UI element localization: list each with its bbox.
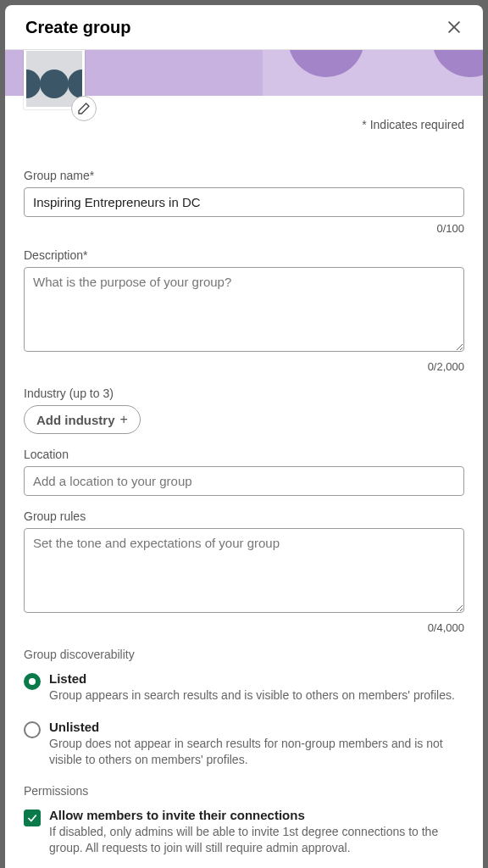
unlisted-desc: Group does not appear in search results …: [49, 736, 464, 769]
description-counter: 0/2,000: [24, 360, 464, 373]
listed-desc: Group appears in search results and is v…: [49, 687, 455, 704]
radio-listed-body: Listed Group appears in search results a…: [49, 671, 455, 704]
group-rules-field: Group rules 0/4,000: [24, 509, 464, 634]
add-industry-label: Add industry: [36, 413, 115, 427]
invite-title: Allow members to invite their connection…: [49, 808, 464, 822]
group-rules-counter: 0/4,000: [24, 621, 464, 634]
group-name-field: Group name* 0/100: [24, 169, 464, 235]
listed-title: Listed: [49, 671, 455, 686]
group-name-input[interactable]: [24, 187, 464, 217]
location-label: Location: [24, 448, 464, 461]
discoverability-listed-option[interactable]: Listed Group appears in search results a…: [24, 671, 464, 704]
location-input[interactable]: [24, 466, 464, 496]
group-name-label: Group name*: [24, 169, 464, 182]
group-rules-input[interactable]: [24, 528, 464, 613]
create-group-modal: Create group * Indicates required: [5, 5, 483, 868]
location-field: Location: [24, 448, 464, 496]
checkbox-invite[interactable]: [24, 810, 41, 826]
invite-desc: If disabled, only admins will be able to…: [49, 824, 464, 857]
industry-field: Industry (up to 3) Add industry +: [24, 387, 464, 434]
discoverability-heading: Group discoverability: [24, 648, 464, 661]
group-banner: [5, 50, 483, 96]
close-button[interactable]: [441, 14, 468, 41]
check-icon: [26, 812, 38, 824]
radio-listed[interactable]: [24, 673, 41, 690]
edit-avatar-button[interactable]: [71, 96, 97, 121]
radio-unlisted-body: Unlisted Group does not appear in search…: [49, 720, 464, 769]
discoverability-unlisted-option[interactable]: Unlisted Group does not appear in search…: [24, 720, 464, 769]
modal-title: Create group: [25, 18, 130, 37]
industry-label: Industry (up to 3): [24, 387, 464, 400]
add-industry-button[interactable]: Add industry +: [24, 405, 141, 434]
close-icon: [445, 18, 463, 36]
plus-icon: +: [120, 412, 128, 427]
permissions-invite-option[interactable]: Allow members to invite their connection…: [24, 808, 464, 857]
group-rules-label: Group rules: [24, 509, 464, 523]
modal-body-scroll[interactable]: * Indicates required Group name* 0/100 D…: [5, 50, 483, 868]
create-group-form: Group name* 0/100 Description* 0/2,000 I…: [5, 96, 483, 868]
radio-unlisted[interactable]: [24, 721, 41, 738]
group-name-counter: 0/100: [24, 222, 464, 235]
required-indicator-note: * Indicates required: [362, 118, 464, 131]
pencil-icon: [77, 102, 91, 115]
unlisted-title: Unlisted: [49, 720, 464, 734]
description-label: Description*: [24, 248, 464, 262]
description-field: Description* 0/2,000: [24, 248, 464, 373]
invite-body: Allow members to invite their connection…: [49, 808, 464, 857]
permissions-heading: Permissions: [24, 784, 464, 798]
description-input[interactable]: [24, 267, 464, 352]
modal-header: Create group: [5, 5, 483, 50]
